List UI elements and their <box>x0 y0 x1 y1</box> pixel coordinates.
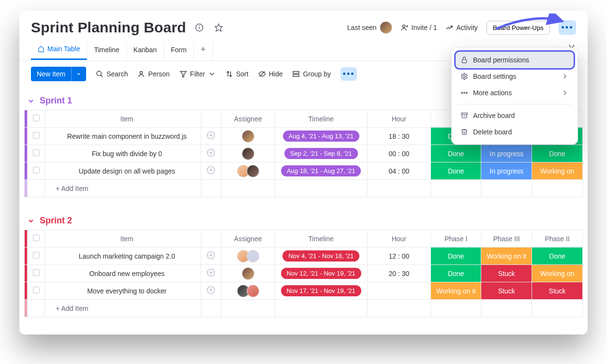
table-row[interactable]: Onboard new employees Nov 12, '21 - Nov … <box>25 265 583 282</box>
filter-button[interactable]: Filter <box>179 70 216 78</box>
tab-timeline[interactable]: Timeline <box>87 42 126 59</box>
timeline-pill[interactable]: Sep 2, '21 - Sep 8, '21 <box>284 148 358 159</box>
row-checkbox[interactable] <box>33 132 40 139</box>
powerups-button[interactable]: Board Power-Ups <box>487 21 550 35</box>
hour-cell[interactable]: 00 : 00 <box>367 145 430 162</box>
col-phase-3[interactable]: Phase III <box>481 230 532 248</box>
timeline-pill[interactable]: Nov 12, '21 - Nov 19, '21 <box>281 268 361 279</box>
col-phase-2[interactable]: Phase II <box>532 230 583 248</box>
status-cell[interactable]: Done <box>532 145 583 162</box>
col-item[interactable]: Item <box>45 230 201 248</box>
status-cell[interactable]: In progress <box>481 162 532 180</box>
item-name[interactable]: Launch marketing campaign 2.0 <box>45 248 201 265</box>
table-row[interactable]: Fix bug with divide by 0 Sep 2, '21 - Se… <box>25 145 583 162</box>
assignee-cell[interactable] <box>222 250 274 262</box>
sort-button[interactable]: Sort <box>225 70 249 78</box>
add-item-row[interactable]: + Add Item <box>25 300 583 317</box>
assignee-cell[interactable] <box>222 165 274 177</box>
hour-cell[interactable]: 20 : 30 <box>367 265 430 282</box>
item-name[interactable]: Rewrite main component in buzzword.js <box>45 128 201 145</box>
new-item-caret[interactable] <box>71 67 86 81</box>
hide-button[interactable]: Hide <box>258 70 283 78</box>
person-filter-button[interactable]: Person <box>137 70 169 78</box>
chat-add-icon[interactable] <box>206 148 216 158</box>
group-by-button[interactable]: Group by <box>292 70 331 78</box>
hour-cell[interactable]: 04 : 00 <box>367 162 430 180</box>
new-item-button[interactable]: New Item <box>31 67 86 81</box>
select-all-checkbox[interactable] <box>33 234 40 241</box>
menu-board-permissions[interactable]: Board permissions <box>456 52 574 68</box>
menu-more-actions[interactable]: ••• More actions <box>456 85 574 101</box>
status-cell[interactable]: Done <box>430 162 481 180</box>
last-seen[interactable]: Last seen <box>347 21 392 34</box>
menu-archive-board[interactable]: Archive board <box>456 107 574 124</box>
row-checkbox[interactable] <box>33 252 40 259</box>
chat-add-icon[interactable] <box>206 250 216 260</box>
tab-form[interactable]: Form <box>164 42 194 59</box>
col-phase-1[interactable]: Phase I <box>430 230 481 248</box>
item-name[interactable]: Fix bug with divide by 0 <box>45 145 201 162</box>
status-cell[interactable]: Working on it <box>481 248 532 265</box>
assignee-cell[interactable] <box>222 147 274 160</box>
chat-add-icon[interactable] <box>206 268 216 277</box>
add-view-button[interactable]: + <box>194 41 213 60</box>
row-checkbox[interactable] <box>33 149 40 156</box>
col-timeline[interactable]: Timeline <box>275 230 367 248</box>
board-more-button[interactable]: ••• <box>559 20 576 35</box>
status-cell[interactable]: Working on <box>532 265 583 282</box>
timeline-pill[interactable]: Nov 4, '21 - Nov 18, '21 <box>282 250 359 262</box>
status-cell[interactable]: Stuck <box>481 265 532 282</box>
col-assignee[interactable]: Assignee <box>221 110 275 128</box>
search-button[interactable]: Search <box>96 70 128 78</box>
hour-cell[interactable]: 18 : 30 <box>367 128 430 145</box>
activity-button[interactable]: Activity <box>445 24 477 31</box>
menu-board-settings[interactable]: Board settings <box>456 68 574 85</box>
status-cell[interactable]: Done <box>532 248 583 265</box>
star-icon[interactable] <box>212 21 225 34</box>
hour-cell[interactable]: 12 : 00 <box>367 248 430 265</box>
item-name[interactable]: Update design on all web pages <box>45 162 201 180</box>
chat-add-icon[interactable] <box>206 285 216 295</box>
status-cell[interactable]: Done <box>430 248 481 265</box>
status-cell[interactable]: Working on it <box>430 282 481 300</box>
item-name[interactable]: Onboard new employees <box>45 265 201 282</box>
invite-button[interactable]: Invite / 1 <box>401 24 437 31</box>
toolbar-more-button[interactable]: ••• <box>341 67 357 81</box>
col-timeline[interactable]: Timeline <box>275 110 367 128</box>
item-name[interactable]: Move everything to docker <box>45 282 201 300</box>
status-cell[interactable]: Done <box>430 265 481 282</box>
status-cell[interactable]: Stuck <box>481 282 532 300</box>
status-cell[interactable]: Working on <box>532 162 583 180</box>
timeline-pill[interactable]: Aug 4, '21 - Aug 13, '21 <box>283 131 359 142</box>
col-item[interactable]: Item <box>45 110 201 128</box>
status-cell[interactable]: Done <box>430 145 481 162</box>
hour-cell[interactable] <box>367 282 430 300</box>
row-checkbox[interactable] <box>33 167 40 174</box>
assignee-cell[interactable] <box>222 130 274 143</box>
status-cell[interactable]: In progress <box>481 145 532 162</box>
assignee-cell[interactable] <box>222 267 274 280</box>
table-row[interactable]: Move everything to docker Nov 17, '21 - … <box>25 282 583 300</box>
assignee-cell[interactable] <box>222 285 274 297</box>
col-hour[interactable]: Hour <box>367 110 430 128</box>
chat-add-icon[interactable] <box>206 131 216 140</box>
row-checkbox[interactable] <box>33 287 40 293</box>
select-all-checkbox[interactable] <box>33 115 40 121</box>
dots-icon: ••• <box>343 70 355 78</box>
tab-kanban[interactable]: Kanban <box>127 42 164 59</box>
table-row[interactable]: Update design on all web pages Aug 18, '… <box>25 162 583 180</box>
table-row[interactable]: Launch marketing campaign 2.0 Nov 4, '21… <box>25 248 583 265</box>
chat-add-icon[interactable] <box>206 165 216 175</box>
timeline-pill[interactable]: Aug 18, '21 - Aug 27, '21 <box>281 165 361 176</box>
timeline-pill[interactable]: Nov 17, '21 - Nov 19, '21 <box>281 285 361 296</box>
group-header[interactable]: Sprint 2 <box>24 212 583 230</box>
tab-main-table[interactable]: Main Table <box>31 41 87 60</box>
col-hour[interactable]: Hour <box>367 230 430 248</box>
row-checkbox[interactable] <box>33 269 40 276</box>
svg-marker-3 <box>215 24 222 31</box>
info-icon[interactable] <box>193 21 206 34</box>
add-item-row[interactable]: + Add Item <box>25 180 583 197</box>
menu-delete-board[interactable]: Delete board <box>456 124 574 140</box>
status-cell[interactable]: Stuck <box>532 282 583 300</box>
col-assignee[interactable]: Assignee <box>221 230 275 248</box>
